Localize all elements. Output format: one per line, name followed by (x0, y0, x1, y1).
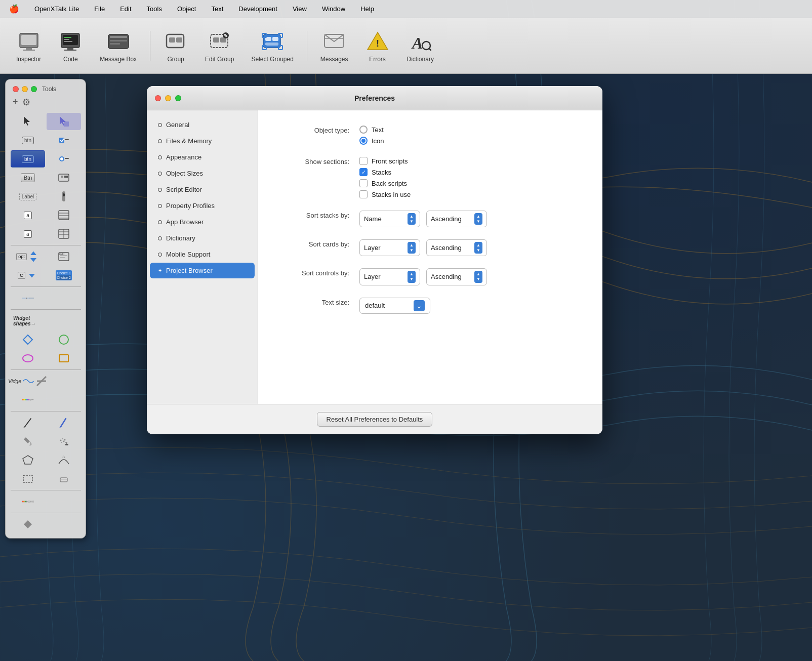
prefs-nav-files-memory[interactable]: Files & Memory (150, 133, 255, 149)
toolbar-inspector-button[interactable]: Inspector (10, 25, 47, 67)
window-menu-item[interactable]: Window (319, 4, 348, 14)
tool-scrollbar[interactable] (47, 188, 81, 205)
tool-image[interactable] (47, 169, 81, 186)
toolbar-group-button[interactable]: Group (157, 25, 194, 67)
tool-arrow[interactable] (11, 113, 45, 130)
tool-brush[interactable] (47, 414, 81, 431)
tool-list[interactable] (47, 206, 81, 224)
check-back-scripts-row[interactable]: Back scripts (359, 179, 582, 187)
help-menu-item[interactable]: Help (357, 4, 377, 14)
tool-eraser[interactable] (47, 470, 81, 487)
tools-min-btn[interactable] (22, 86, 28, 92)
tool-spinner[interactable]: opt (11, 248, 45, 265)
tool-oval-outline[interactable] (11, 350, 45, 367)
sort-cards-field-select[interactable]: Layer ▲ ▼ (359, 239, 420, 256)
tool-text-field[interactable]: a (11, 206, 45, 224)
sort-stacks-field-select[interactable]: Name ▲ ▼ (359, 211, 420, 227)
prefs-nav-project-browser[interactable]: ✦ Project Browser (150, 263, 255, 278)
check-back-scripts[interactable] (359, 179, 368, 187)
check-front-scripts[interactable] (359, 157, 368, 165)
tool-diamond[interactable] (11, 331, 45, 348)
tools-settings-btn[interactable]: ⚙ (22, 97, 30, 108)
tool-text-area[interactable]: a (11, 225, 45, 242)
tool-curve[interactable] (47, 451, 81, 469)
toolbar-code-button[interactable]: Code (52, 25, 89, 67)
tool-radio[interactable] (47, 150, 81, 168)
radio-icon[interactable] (359, 137, 368, 145)
tool-edit[interactable]: Edit (47, 248, 81, 265)
tool-circle-outline[interactable] (47, 331, 81, 348)
tools-menu-item[interactable]: Tools (144, 4, 165, 14)
check-stacks-row[interactable]: Stacks (359, 168, 582, 176)
sort-stacks-field-arrows[interactable]: ▲ ▼ (408, 213, 416, 225)
edit-menu-item[interactable]: Edit (117, 4, 134, 14)
apple-menu[interactable]: 🍎 (6, 3, 22, 15)
prefs-close-btn[interactable] (155, 95, 161, 101)
view-menu-item[interactable]: View (290, 4, 310, 14)
sort-controls-order-arrows[interactable]: ▲ ▼ (474, 271, 482, 282)
sort-cards-field-arrows[interactable]: ▲ ▼ (408, 242, 416, 254)
sort-cards-order-select[interactable]: Ascending ▲ ▼ (426, 239, 487, 256)
prefs-min-btn[interactable] (165, 95, 171, 101)
sort-stacks-order-arrows[interactable]: ▲ ▼ (474, 213, 482, 225)
tool-widget-text[interactable]: Widget shapes→ (11, 312, 45, 329)
toolbar-dictionary-button[interactable]: A Dictionary (401, 25, 440, 67)
toolbar-errors-button[interactable]: ! Errors (359, 25, 396, 67)
tool-button-outline[interactable]: btn (11, 132, 45, 149)
check-stacks-in-use-row[interactable]: Stacks in use (359, 190, 582, 198)
sort-cards-order-arrows[interactable]: ▲ ▼ (474, 242, 482, 254)
tools-add-btn[interactable]: + (13, 97, 18, 108)
tool-fill[interactable] (11, 433, 45, 450)
tool-diamond-small[interactable] (11, 516, 45, 533)
toolbar-select-grouped-button[interactable]: Select Grouped (245, 25, 299, 67)
prefs-nav-object-sizes[interactable]: Object Sizes (150, 166, 255, 181)
file-menu-item[interactable]: File (91, 4, 108, 14)
sort-controls-field-arrows[interactable]: ▲ ▼ (408, 271, 416, 282)
tool-label[interactable]: Label (11, 188, 45, 205)
prefs-nav-dictionary[interactable]: Dictionary (150, 230, 255, 246)
object-type-icon-row[interactable]: Icon (359, 137, 582, 145)
prefs-nav-app-browser[interactable]: App Browser (150, 214, 255, 230)
prefs-nav-general[interactable]: General (150, 117, 255, 133)
tool-pen[interactable] (11, 414, 45, 431)
tool-checkbox[interactable] (47, 132, 81, 149)
radio-text[interactable] (359, 126, 368, 134)
prefs-nav-script-editor[interactable]: Script Editor (150, 182, 255, 197)
sort-stacks-order-select[interactable]: Ascending ▲ ▼ (426, 211, 487, 227)
prefs-nav-property-profiles[interactable]: Property Profiles (150, 198, 255, 214)
prefs-max-btn[interactable] (175, 95, 181, 101)
sort-controls-order-select[interactable]: Ascending ▲ ▼ (426, 268, 487, 285)
tool-select-arrow[interactable] (47, 113, 81, 130)
tool-rect-outline[interactable] (47, 350, 81, 367)
tool-button-3d[interactable]: Btn (11, 169, 45, 186)
tool-color-picker[interactable] (11, 493, 45, 510)
toolbar-edit-group-button[interactable]: ✎ Edit Group (199, 25, 240, 67)
text-menu-item[interactable]: Text (208, 4, 226, 14)
text-size-dropdown-arrow[interactable] (414, 300, 425, 311)
tool-slider[interactable] (11, 290, 45, 307)
check-stacks[interactable] (359, 168, 368, 176)
prefs-nav-mobile-support[interactable]: Mobile Support (150, 246, 255, 262)
text-size-select[interactable]: default (359, 298, 430, 314)
app-menu-item[interactable]: OpenXTalk Lite (31, 4, 82, 14)
toolbar-messages-button[interactable]: Messages (314, 25, 354, 67)
tool-spray[interactable] (47, 433, 81, 450)
sort-controls-field-select[interactable]: Layer ▲ ▼ (359, 268, 420, 285)
tool-combo[interactable]: C (11, 267, 45, 284)
tool-polygon[interactable] (11, 451, 45, 469)
tool-widget-vidge[interactable]: Vidge (11, 373, 45, 390)
tool-button-filled[interactable]: btn (11, 150, 45, 168)
development-menu-item[interactable]: Development (235, 4, 280, 14)
tool-select-rect[interactable] (11, 470, 45, 487)
tools-close-btn[interactable] (13, 86, 19, 92)
tool-grid[interactable] (47, 225, 81, 242)
prefs-nav-appearance[interactable]: Appearance (150, 149, 255, 165)
object-type-text-row[interactable]: Text (359, 126, 582, 134)
tools-max-btn[interactable] (31, 86, 37, 92)
object-menu-item[interactable]: Object (174, 4, 199, 14)
check-stacks-in-use[interactable] (359, 190, 368, 198)
reset-preferences-button[interactable]: Reset All Preferences to Defaults (317, 412, 433, 427)
tool-color-bar[interactable] (11, 391, 45, 408)
toolbar-message-box-button[interactable]: Message Box (94, 25, 143, 67)
check-front-scripts-row[interactable]: Front scripts (359, 157, 582, 165)
